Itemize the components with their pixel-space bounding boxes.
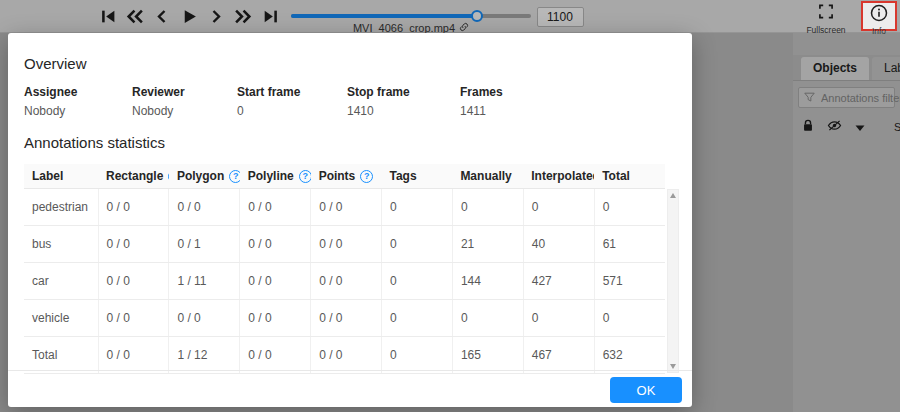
table-row: Total0 / 01 / 120 / 00 / 00165467632 <box>24 337 665 374</box>
table-row: car0 / 01 / 110 / 00 / 00144427571 <box>24 263 665 300</box>
help-icon[interactable]: ? <box>168 170 169 183</box>
table-cell: 0 <box>452 189 523 226</box>
table-cell: 0 / 0 <box>311 226 382 263</box>
scroll-up-arrow-icon[interactable] <box>670 193 676 198</box>
table-cell: 144 <box>452 263 523 300</box>
overview-field-label: Start frame <box>237 85 347 99</box>
table-cell: 467 <box>523 337 594 374</box>
table-cell: 0 / 0 <box>311 189 382 226</box>
table-cell: 0 <box>594 189 665 226</box>
table-cell: 21 <box>452 226 523 263</box>
table-cell: 0 / 0 <box>240 337 311 374</box>
row-label: vehicle <box>24 300 98 337</box>
overview-field-label: Stop frame <box>347 85 460 99</box>
statistics-table-container: LabelRectangle?Polygon?Polyline?Points?T… <box>24 164 679 374</box>
column-header: Points? <box>311 164 382 189</box>
overview-field: Stop frame1410 <box>347 85 460 118</box>
statistics-table: LabelRectangle?Polygon?Polyline?Points?T… <box>24 164 665 374</box>
column-header: Tags <box>382 164 453 189</box>
table-row: bus0 / 00 / 10 / 00 / 00214061 <box>24 226 665 263</box>
info-button[interactable]: Info <box>861 1 897 31</box>
table-cell: 0 <box>452 300 523 337</box>
table-cell: 0 / 0 <box>240 226 311 263</box>
overview-field-value: Nobody <box>132 104 237 118</box>
info-label: Info <box>863 26 895 36</box>
overview-field-value: 1410 <box>347 104 460 118</box>
stats-body: pedestrian0 / 00 / 00 / 00 / 00000bus0 /… <box>24 189 665 374</box>
overview-field-label: Reviewer <box>132 85 237 99</box>
table-cell: 0 / 0 <box>98 337 169 374</box>
table-cell: 165 <box>452 337 523 374</box>
row-label: pedestrian <box>24 189 98 226</box>
overview-field-value: 1411 <box>460 104 503 118</box>
table-cell: 0 / 0 <box>169 189 240 226</box>
overview-field: Start frame0 <box>237 85 347 118</box>
column-header: Polyline? <box>240 164 311 189</box>
table-cell: 0 <box>594 300 665 337</box>
table-cell: 0 / 0 <box>240 263 311 300</box>
modal-body: Overview AssigneeNobodyReviewerNobodySta… <box>8 33 692 374</box>
table-cell: 0 / 0 <box>98 226 169 263</box>
table-row: pedestrian0 / 00 / 00 / 00 / 00000 <box>24 189 665 226</box>
info-icon <box>870 8 888 25</box>
job-info-modal: Overview AssigneeNobodyReviewerNobodySta… <box>8 33 692 407</box>
overview-field-value: 0 <box>237 104 347 118</box>
table-cell: 0 <box>382 337 453 374</box>
table-cell: 0 <box>382 226 453 263</box>
table-cell: 427 <box>523 263 594 300</box>
column-header: Manually <box>452 164 523 189</box>
row-label: car <box>24 263 98 300</box>
table-cell: 0 <box>382 300 453 337</box>
column-header: Total <box>594 164 665 189</box>
column-header: Rectangle? <box>98 164 169 189</box>
overview-fields: AssigneeNobodyReviewerNobodyStart frame0… <box>24 85 676 118</box>
table-row: vehicle0 / 00 / 00 / 00 / 00000 <box>24 300 665 337</box>
table-cell: 0 / 0 <box>311 300 382 337</box>
table-scrollbar[interactable] <box>667 189 679 373</box>
overview-field: ReviewerNobody <box>132 85 237 118</box>
help-icon[interactable]: ? <box>229 170 240 183</box>
table-cell: 0 / 0 <box>98 300 169 337</box>
table-cell: 571 <box>594 263 665 300</box>
row-label: bus <box>24 226 98 263</box>
overview-field-value: Nobody <box>24 104 132 118</box>
table-cell: 632 <box>594 337 665 374</box>
ok-button[interactable]: OK <box>610 377 682 403</box>
table-cell: 0 / 0 <box>311 263 382 300</box>
table-cell: 0 / 0 <box>169 300 240 337</box>
overview-field: AssigneeNobody <box>24 85 132 118</box>
table-cell: 0 / 1 <box>169 226 240 263</box>
annotation-app: MVI_4066_crop.mp4 Fullscreen Info Object… <box>0 0 900 412</box>
table-cell: 0 / 0 <box>98 189 169 226</box>
column-header: Polygon? <box>169 164 240 189</box>
statistics-title: Annotations statistics <box>24 134 676 151</box>
table-cell: 0 / 0 <box>240 189 311 226</box>
overview-field-label: Assignee <box>24 85 132 99</box>
table-cell: 1 / 12 <box>169 337 240 374</box>
column-header: Interpolated <box>523 164 594 189</box>
column-header: Label <box>24 164 98 189</box>
help-icon[interactable]: ? <box>360 170 373 183</box>
overview-title: Overview <box>24 55 676 72</box>
table-cell: 61 <box>594 226 665 263</box>
table-cell: 0 <box>523 300 594 337</box>
help-icon[interactable]: ? <box>299 170 311 183</box>
modal-footer: OK <box>8 370 692 407</box>
overview-field: Frames1411 <box>460 85 503 118</box>
table-cell: 0 <box>523 189 594 226</box>
overview-field-label: Frames <box>460 85 503 99</box>
row-label: Total <box>24 337 98 374</box>
table-cell: 0 / 0 <box>311 337 382 374</box>
stats-header-row: LabelRectangle?Polygon?Polyline?Points?T… <box>24 164 665 189</box>
scroll-down-arrow-icon[interactable] <box>670 364 676 369</box>
table-cell: 0 <box>382 263 453 300</box>
table-cell: 40 <box>523 226 594 263</box>
table-cell: 0 / 0 <box>98 263 169 300</box>
table-cell: 0 / 0 <box>240 300 311 337</box>
table-cell: 1 / 11 <box>169 263 240 300</box>
table-cell: 0 <box>382 189 453 226</box>
